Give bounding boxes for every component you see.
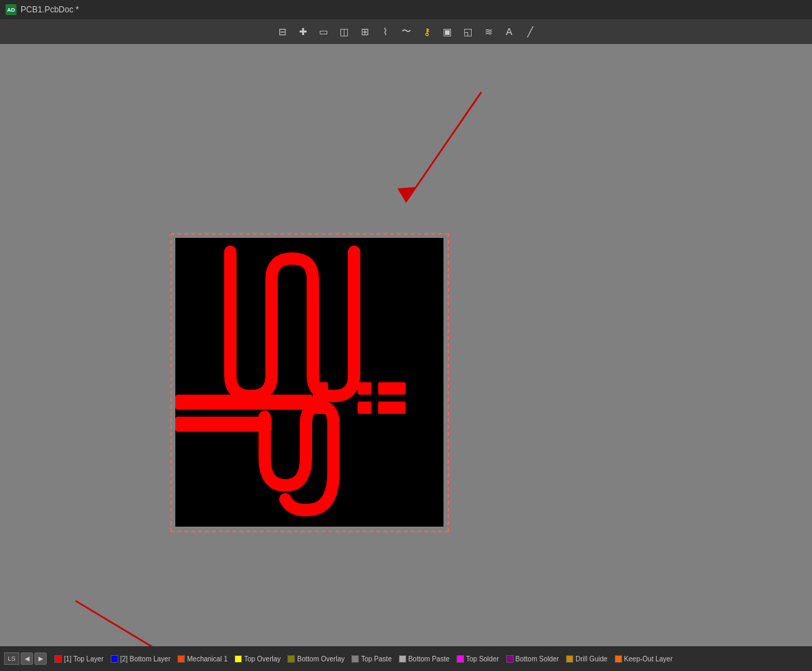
layer-nav: LS ◀ ▶ <box>4 652 47 665</box>
layer-label-bottom-layer: [2] Bottom Layer <box>120 655 171 663</box>
add-button[interactable]: ✚ <box>294 22 313 41</box>
layer-color-top-layer <box>54 655 62 663</box>
layer-item-mechanical1[interactable]: Mechanical 1 <box>174 646 231 671</box>
layer-color-bottom-paste <box>399 655 406 663</box>
svg-line-9 <box>406 92 481 202</box>
layer-color-bottom-overlay <box>287 655 295 663</box>
canvas-area[interactable] <box>0 44 812 646</box>
svg-rect-0 <box>175 395 313 410</box>
key-button[interactable]: ⚷ <box>417 22 437 41</box>
layer-color-top-paste <box>351 655 359 663</box>
layer-item-bottom-overlay[interactable]: Bottom Overlay <box>284 646 348 671</box>
layer-label-mechanical1: Mechanical 1 <box>187 655 228 663</box>
layer-item-top-layer[interactable]: [1] Top Layer <box>51 646 107 671</box>
layer-color-drill-guide <box>566 655 573 663</box>
layer-item-drill-guide[interactable]: Drill Guide <box>562 646 611 671</box>
svg-line-11 <box>76 601 179 646</box>
measure-button[interactable]: ◱ <box>459 22 478 41</box>
layer-label-keepout-layer: Keep-Out Layer <box>624 655 673 663</box>
layer-item-top-overlay[interactable]: Top Overlay <box>231 646 284 671</box>
layer-item-bottom-paste[interactable]: Bottom Paste <box>395 646 453 671</box>
layer-color-mechanical1 <box>177 655 185 663</box>
annotation-arrow-2 <box>69 594 206 646</box>
layer-item-bottom-layer[interactable]: [2] Bottom Layer <box>107 646 174 671</box>
layer-label-bottom-overlay: Bottom Overlay <box>297 655 344 663</box>
layer-label-top-solder: Top Solder <box>466 655 499 663</box>
layer-color-top-overlay <box>234 655 242 663</box>
layer-label-top-paste: Top Paste <box>361 655 391 663</box>
layer-label-bottom-solder: Bottom Solder <box>516 655 559 663</box>
layer-item-top-paste[interactable]: Top Paste <box>348 646 395 671</box>
graph-button[interactable]: ≋ <box>479 22 498 41</box>
layer-indicator: LS <box>4 652 19 665</box>
layer-color-top-solder <box>457 655 464 663</box>
title-bar: AD PCB1.PcbDoc * <box>0 0 812 19</box>
layer-label-top-layer: [1] Top Layer <box>64 655 104 663</box>
grid-button[interactable]: ⊞ <box>355 22 375 41</box>
chart-button[interactable]: ◫ <box>335 22 354 41</box>
layer-prev-button[interactable]: ◀ <box>21 652 33 665</box>
svg-marker-10 <box>397 187 416 202</box>
app-icon: AD <box>6 4 17 15</box>
layer-next-button[interactable]: ▶ <box>34 652 47 665</box>
layer-bar: LS ◀ ▶ [1] Top Layer[2] Bottom LayerMech… <box>0 646 812 671</box>
annotation-arrow-1 <box>385 85 523 223</box>
layer-item-bottom-solder[interactable]: Bottom Solder <box>503 646 562 671</box>
svg-rect-8 <box>175 417 272 432</box>
filter-button[interactable]: ⊟ <box>273 22 292 41</box>
pcb-traces <box>175 238 443 527</box>
text-button[interactable]: A <box>500 22 519 41</box>
layer-item-keepout-layer[interactable]: Keep-Out Layer <box>611 646 677 671</box>
wave-button[interactable]: 〜 <box>397 22 416 41</box>
route-button[interactable]: ⌇ <box>376 22 395 41</box>
document-title: PCB1.PcbDoc * <box>21 5 79 14</box>
layer-color-keepout-layer <box>615 655 622 663</box>
toolbar: ⊟ ✚ ▭ ◫ ⊞ ⌇ 〜 ⚷ ▣ ◱ ≋ A ╱ <box>0 19 812 44</box>
layer-color-bottom-layer <box>111 655 118 663</box>
layer-label-top-overlay: Top Overlay <box>244 655 281 663</box>
pcb-board <box>171 233 449 532</box>
layer-label-bottom-paste: Bottom Paste <box>408 655 450 663</box>
layer-color-bottom-solder <box>506 655 514 663</box>
layer-label-drill-guide: Drill Guide <box>575 655 608 663</box>
component-button[interactable]: ▣ <box>438 22 457 41</box>
layer-item-top-solder[interactable]: Top Solder <box>453 646 503 671</box>
svg-rect-3 <box>378 382 406 395</box>
line-button[interactable]: ╱ <box>520 22 540 41</box>
layer-items-container: [1] Top Layer[2] Bottom LayerMechanical … <box>51 646 676 671</box>
svg-rect-6 <box>378 402 406 414</box>
select-button[interactable]: ▭ <box>314 22 333 41</box>
